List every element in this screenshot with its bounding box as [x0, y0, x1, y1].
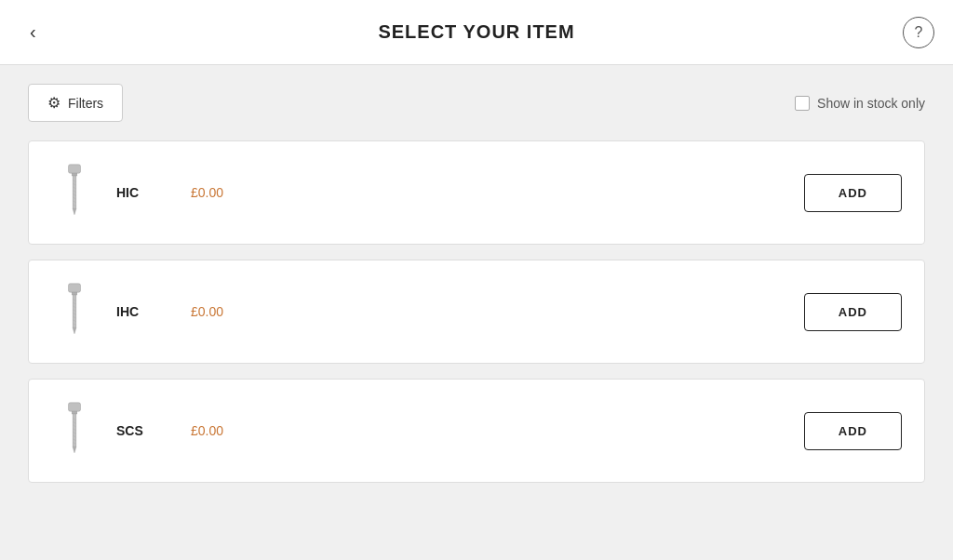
filter-icon: ⚙: [47, 94, 60, 112]
svg-rect-24: [69, 402, 81, 410]
svg-rect-13: [72, 292, 77, 295]
svg-rect-0: [69, 164, 81, 172]
item-card-ihc: IHC £0.00 ADD: [28, 260, 925, 364]
toolbar: ⚙ Filters Show in stock only: [28, 84, 925, 122]
svg-rect-1: [72, 173, 77, 176]
item-info-scs: SCS £0.00: [116, 423, 785, 438]
svg-rect-2: [73, 175, 76, 207]
item-image-ihc: [51, 279, 98, 344]
help-button[interactable]: ?: [903, 17, 934, 48]
add-button-hic[interactable]: ADD: [804, 174, 902, 212]
svg-rect-26: [73, 413, 76, 446]
add-button-ihc[interactable]: ADD: [804, 293, 902, 331]
item-card-scs: SCS £0.00 ADD: [28, 379, 925, 483]
item-info-hic: HIC £0.00: [116, 185, 785, 200]
item-icon-ihc: [60, 282, 88, 342]
svg-rect-25: [72, 411, 77, 414]
page-title: SELECT YOUR ITEM: [378, 21, 574, 42]
svg-marker-27: [73, 447, 76, 453]
item-price-ihc: £0.00: [191, 304, 223, 319]
item-price-hic: £0.00: [191, 185, 223, 200]
svg-rect-12: [69, 283, 81, 291]
header-center: SELECT YOUR ITEM: [74, 21, 879, 43]
item-name-ihc: IHC: [116, 304, 172, 319]
stock-filter: Show in stock only: [795, 96, 925, 111]
item-card-hic: HIC £0.00 ADD: [28, 140, 925, 245]
filters-label: Filters: [68, 96, 103, 111]
item-name-hic: HIC: [116, 185, 172, 200]
header-right: ?: [879, 17, 934, 48]
header: ‹ SELECT YOUR ITEM ?: [0, 0, 953, 65]
svg-marker-15: [73, 327, 76, 334]
item-icon-scs: [60, 401, 88, 461]
svg-rect-14: [73, 294, 76, 327]
stock-only-label: Show in stock only: [817, 96, 925, 111]
item-price-scs: £0.00: [191, 423, 223, 438]
item-name-scs: SCS: [116, 423, 172, 438]
item-info-ihc: IHC £0.00: [116, 304, 785, 319]
item-icon-hic: [60, 163, 88, 223]
item-image-hic: [51, 160, 98, 225]
stock-only-checkbox[interactable]: [795, 96, 810, 111]
content-area: ⚙ Filters Show in stock only: [0, 65, 953, 560]
main-content: ⚙ Filters Show in stock only: [0, 65, 953, 560]
items-list: HIC £0.00 ADD: [28, 140, 925, 483]
item-image-scs: [51, 398, 98, 463]
add-button-scs[interactable]: ADD: [804, 412, 902, 450]
filters-button[interactable]: ⚙ Filters: [28, 84, 123, 122]
svg-marker-3: [73, 208, 76, 215]
header-left: ‹: [19, 14, 74, 50]
back-button[interactable]: ‹: [19, 14, 47, 50]
